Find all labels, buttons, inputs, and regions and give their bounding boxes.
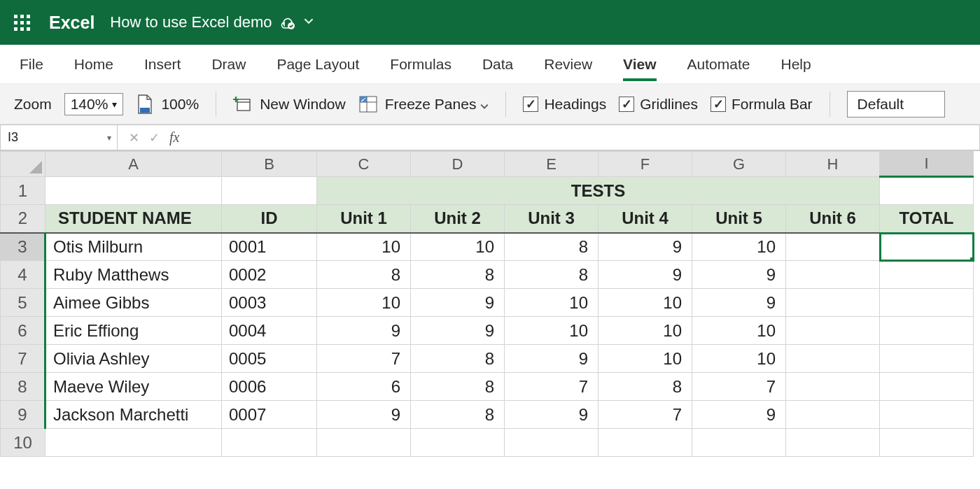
cell-id-header[interactable]: ID [222, 205, 317, 233]
cell-D4[interactable]: 8 [411, 261, 505, 289]
row-header-3[interactable]: 3 [1, 233, 46, 261]
col-header-E[interactable]: E [505, 152, 598, 177]
cell-D9[interactable]: 8 [411, 401, 505, 429]
cell-C9[interactable]: 9 [317, 401, 411, 429]
cell-I7[interactable] [880, 345, 974, 373]
row-header-9[interactable]: 9 [1, 401, 46, 429]
cell-G6[interactable]: 10 [692, 317, 786, 345]
cell-A7[interactable]: Olivia Ashley [46, 345, 222, 373]
cell-C4[interactable]: 8 [317, 261, 411, 289]
row-header-5[interactable]: 5 [1, 289, 46, 317]
cell-G9[interactable]: 9 [692, 401, 786, 429]
tab-view[interactable]: View [623, 50, 656, 78]
cell-E4[interactable]: 8 [505, 261, 598, 289]
cell-E7[interactable]: 9 [505, 345, 598, 373]
tab-insert[interactable]: Insert [144, 50, 181, 78]
cell-B5[interactable]: 0003 [222, 289, 317, 317]
cell-u6-header[interactable]: Unit 6 [786, 205, 880, 233]
cell-u3-header[interactable]: Unit 3 [505, 205, 598, 233]
select-all-corner[interactable] [1, 152, 46, 177]
cell-A9[interactable]: Jackson Marchetti [46, 401, 222, 429]
cell-E3[interactable]: 8 [505, 233, 598, 261]
col-header-F[interactable]: F [598, 152, 692, 177]
cell-F9[interactable]: 7 [598, 401, 692, 429]
cell-B8[interactable]: 0006 [222, 373, 317, 401]
cell-B9[interactable]: 0007 [222, 401, 317, 429]
cell-I9[interactable] [880, 401, 974, 429]
cell-u2-header[interactable]: Unit 2 [411, 205, 505, 233]
app-launcher-icon[interactable] [10, 10, 34, 34]
cell-F3[interactable]: 9 [598, 233, 692, 261]
cell-F6[interactable]: 10 [598, 317, 692, 345]
cell-total-header[interactable]: TOTAL [880, 205, 974, 233]
cell-G8[interactable]: 7 [692, 373, 786, 401]
cell-D3[interactable]: 10 [411, 233, 505, 261]
formula-input[interactable] [190, 125, 980, 150]
cell-student-header[interactable]: STUDENT NAME [46, 205, 222, 233]
cell-E8[interactable]: 7 [505, 373, 598, 401]
new-window-button[interactable]: New Window [233, 95, 346, 113]
cell-H5[interactable] [786, 289, 880, 317]
cell-G4[interactable]: 9 [692, 261, 786, 289]
col-header-G[interactable]: G [692, 152, 786, 177]
cell-E6[interactable]: 10 [505, 317, 598, 345]
row-header-1[interactable]: 1 [1, 177, 46, 205]
cell-C6[interactable]: 9 [317, 317, 411, 345]
col-header-H[interactable]: H [786, 152, 880, 177]
gridlines-toggle[interactable]: Gridlines [619, 96, 698, 113]
cell-tests-header[interactable]: TESTS [317, 177, 880, 205]
cell-D7[interactable]: 8 [411, 345, 505, 373]
cell-B10[interactable] [222, 429, 317, 457]
cell-B6[interactable]: 0004 [222, 317, 317, 345]
row-header-2[interactable]: 2 [1, 205, 46, 233]
chevron-down-icon[interactable] [304, 16, 314, 29]
tab-home[interactable]: Home [74, 50, 113, 78]
cell-I10[interactable] [880, 429, 974, 457]
cancel-icon[interactable]: ✕ [129, 130, 139, 146]
row-header-6[interactable]: 6 [1, 317, 46, 345]
cell-I4[interactable] [880, 261, 974, 289]
cell-F5[interactable]: 10 [598, 289, 692, 317]
tab-help[interactable]: Help [780, 50, 811, 78]
cell-D8[interactable]: 8 [411, 373, 505, 401]
tab-review[interactable]: Review [544, 50, 592, 78]
headings-toggle[interactable]: Headings [523, 96, 606, 113]
accept-icon[interactable]: ✓ [149, 130, 160, 146]
cell-A4[interactable]: Ruby Matthews [46, 261, 222, 289]
cell-A8[interactable]: Maeve Wiley [46, 373, 222, 401]
cell-F8[interactable]: 8 [598, 373, 692, 401]
col-header-C[interactable]: C [317, 152, 411, 177]
cell-D6[interactable]: 9 [411, 317, 505, 345]
cell-C7[interactable]: 7 [317, 345, 411, 373]
cell-F7[interactable]: 10 [598, 345, 692, 373]
cell-I8[interactable] [880, 373, 974, 401]
row-header-4[interactable]: 4 [1, 261, 46, 289]
cell-F4[interactable]: 9 [598, 261, 692, 289]
cell-C8[interactable]: 6 [317, 373, 411, 401]
cell-G3[interactable]: 10 [692, 233, 786, 261]
cell-H3[interactable] [786, 233, 880, 261]
cell-B7[interactable]: 0005 [222, 345, 317, 373]
cell-G7[interactable]: 10 [692, 345, 786, 373]
fx-icon[interactable]: fx [169, 129, 179, 146]
cell-H6[interactable] [786, 317, 880, 345]
col-header-B[interactable]: B [222, 152, 317, 177]
row-header-10[interactable]: 10 [1, 429, 46, 457]
cell-G10[interactable] [692, 429, 786, 457]
cell-C5[interactable]: 10 [317, 289, 411, 317]
tab-automate[interactable]: Automate [687, 50, 750, 78]
cell-u4-header[interactable]: Unit 4 [598, 205, 692, 233]
tab-file[interactable]: File [20, 50, 43, 78]
tab-formulas[interactable]: Formulas [390, 50, 451, 78]
col-header-A[interactable]: A [46, 152, 222, 177]
cell-E9[interactable]: 9 [505, 401, 598, 429]
cell-E10[interactable] [505, 429, 598, 457]
cell-C10[interactable] [317, 429, 411, 457]
cell-E5[interactable]: 10 [505, 289, 598, 317]
cell-H8[interactable] [786, 373, 880, 401]
view-mode-dropdown[interactable]: Default [847, 91, 945, 118]
cell-H10[interactable] [786, 429, 880, 457]
cell-A6[interactable]: Eric Effiong [46, 317, 222, 345]
col-header-D[interactable]: D [411, 152, 505, 177]
cell-B3[interactable]: 0001 [222, 233, 317, 261]
